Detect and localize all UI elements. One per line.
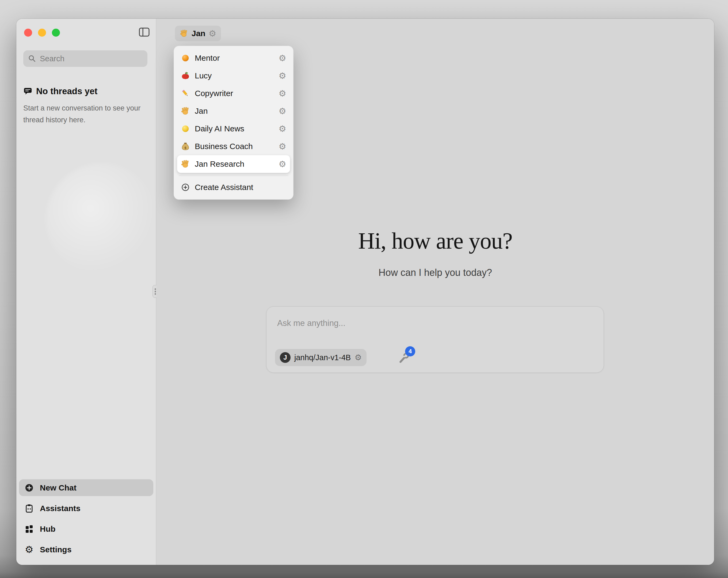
plus-circle-filled-icon <box>24 483 34 493</box>
chat-input[interactable] <box>277 317 588 330</box>
wave-hand-icon <box>180 29 188 38</box>
gear-icon[interactable]: ⚙ <box>279 54 286 62</box>
menu-item-label: Jan Research <box>195 159 279 169</box>
hub-blocks-icon <box>24 524 34 534</box>
menu-item-label: Daily AI News <box>195 124 279 133</box>
model-settings-gear-icon[interactable]: ⚙ <box>355 353 362 361</box>
menu-item-label: Copywriter <box>195 89 279 98</box>
greeting-subtitle: How can I help you today? <box>157 267 714 278</box>
chat-bubble-icon <box>23 87 32 96</box>
sidebar-highlight-blob <box>46 163 158 276</box>
tools-button[interactable]: 4 <box>398 349 422 368</box>
close-window-button[interactable] <box>24 29 32 37</box>
main-area: Jan ⚙ Mentor ⚙ Lucy ⚙ Copywriter ⚙ <box>157 19 714 565</box>
chat-composer[interactable]: J janhq/Jan-v1-4B ⚙ 4 <box>266 306 604 373</box>
minimize-window-button[interactable] <box>38 29 46 37</box>
greeting-title: Hi, how are you? <box>157 227 714 254</box>
menu-item-label: Lucy <box>195 71 279 80</box>
tools-count-badge: 4 <box>405 346 415 356</box>
gear-icon[interactable]: ⚙ <box>279 160 286 168</box>
empty-threads-state: No threads yet Start a new conversation … <box>23 86 141 126</box>
menu-item-label: Mentor <box>195 53 279 62</box>
pencil-emoji <box>181 89 190 98</box>
menu-item-copywriter[interactable]: Copywriter ⚙ <box>177 84 290 102</box>
assistant-settings-gear-icon[interactable]: ⚙ <box>209 29 216 38</box>
empty-state-title: No threads yet <box>36 86 97 96</box>
menu-item-mentor[interactable]: Mentor ⚙ <box>177 49 290 67</box>
model-selector-pill[interactable]: J janhq/Jan-v1-4B ⚙ <box>275 349 367 366</box>
yellow-circle-emoji <box>181 124 190 133</box>
menu-item-lucy[interactable]: Lucy ⚙ <box>177 67 290 84</box>
settings-gear-icon: ⚙ <box>24 545 34 554</box>
sidebar-item-assistants[interactable]: Assistants <box>19 500 153 517</box>
gear-icon[interactable]: ⚙ <box>279 124 286 133</box>
menu-item-label: Create Assistant <box>195 183 286 192</box>
menu-item-business-coach[interactable]: Business Coach ⚙ <box>177 137 290 155</box>
nav-label: Assistants <box>40 504 80 513</box>
sidebar-item-settings[interactable]: ⚙ Settings <box>19 541 153 558</box>
nav-label: Settings <box>40 545 72 554</box>
zoom-window-button[interactable] <box>52 29 60 37</box>
gear-icon[interactable]: ⚙ <box>279 107 286 115</box>
sidebar-item-new-chat[interactable]: New Chat <box>19 479 153 496</box>
assistant-selector-button[interactable]: Jan ⚙ <box>175 26 221 41</box>
wave-hand-emoji <box>181 106 190 116</box>
app-window: No threads yet Start a new conversation … <box>16 19 714 565</box>
gear-icon[interactable]: ⚙ <box>279 142 286 151</box>
sidebar-nav: New Chat Assistants Hub ⚙ Settings <box>19 479 153 558</box>
nav-label: New Chat <box>40 483 77 493</box>
sidebar-toggle-icon[interactable] <box>139 28 150 37</box>
sidebar: No threads yet Start a new conversation … <box>16 19 156 565</box>
plus-circle-outline-icon <box>181 183 190 192</box>
red-apple-emoji <box>181 71 190 80</box>
menu-item-create-assistant[interactable]: Create Assistant <box>177 178 290 196</box>
wave-hand-emoji <box>181 159 190 169</box>
gear-icon[interactable]: ⚙ <box>279 71 286 80</box>
nav-label: Hub <box>40 525 55 534</box>
assistants-icon <box>24 504 34 513</box>
search-icon <box>28 54 37 63</box>
menu-item-label: Jan <box>195 106 279 116</box>
sidebar-item-hub[interactable]: Hub <box>19 521 153 537</box>
money-bag-emoji <box>181 142 190 151</box>
menu-item-jan-research[interactable]: Jan Research ⚙ <box>177 155 290 173</box>
current-assistant-name: Jan <box>191 29 206 38</box>
search-field[interactable] <box>23 50 148 67</box>
gear-icon[interactable]: ⚙ <box>279 89 286 98</box>
model-avatar: J <box>280 352 290 363</box>
menu-item-daily-ai-news[interactable]: Daily AI News ⚙ <box>177 120 290 137</box>
orange-circle-emoji <box>181 53 190 62</box>
search-input[interactable] <box>40 54 143 63</box>
model-name: janhq/Jan-v1-4B <box>294 353 351 362</box>
menu-item-jan[interactable]: Jan ⚙ <box>177 102 290 120</box>
assistant-dropdown-menu: Mentor ⚙ Lucy ⚙ Copywriter ⚙ Jan ⚙ <box>174 46 293 200</box>
menu-item-label: Business Coach <box>195 142 279 151</box>
empty-state-body: Start a new conversation to see your thr… <box>23 102 141 126</box>
desktop-background: No threads yet Start a new conversation … <box>0 0 728 578</box>
